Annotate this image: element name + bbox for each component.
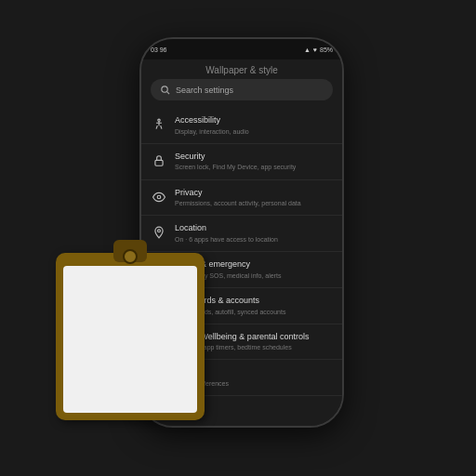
security-title: Security [175,152,333,163]
svg-point-0 [162,86,167,92]
accessibility-text: Accessibility Display, interaction, audi… [175,115,333,136]
search-icon [160,85,170,95]
svg-point-9 [158,230,161,232]
location-subtitle: On · 6 apps have access to location [175,235,333,244]
settings-item-accessibility[interactable]: Accessibility Display, interaction, audi… [141,108,342,144]
privacy-title: Privacy [175,188,333,199]
clipboard [56,253,205,420]
svg-line-5 [156,126,157,129]
security-text: Security Screen lock, Find My Device, ap… [175,152,333,172]
clipboard-paper [63,266,197,413]
location-title: Location [175,223,333,234]
clipboard-body [56,253,205,420]
search-bar[interactable]: Search settings [151,79,333,100]
location-text: Location On · 6 apps have access to loca… [175,223,333,244]
settings-item-security[interactable]: Security Screen lock, Find My Device, ap… [141,144,342,180]
accessibility-title: Accessibility [175,115,333,126]
accessibility-icon [151,116,167,133]
svg-line-1 [167,92,170,95]
svg-point-2 [158,119,160,121]
clipboard-clip [113,240,147,262]
privacy-subtitle: Permissions, account activity, personal … [175,199,333,207]
svg-rect-7 [155,160,163,165]
eye-icon [151,189,167,205]
security-subtitle: Screen lock, Find My Device, app securit… [175,163,333,171]
status-icons: ▲ ♥ 85% [304,46,333,53]
svg-line-6 [161,126,162,129]
lock-icon [151,152,167,169]
privacy-text: Privacy Permissions, account activity, p… [175,188,333,208]
location-pin-icon [151,224,167,241]
accessibility-subtitle: Display, interaction, audio [175,127,333,136]
settings-item-privacy[interactable]: Privacy Permissions, account activity, p… [141,180,342,217]
screen-title: Wallpaper & style [141,60,342,79]
svg-point-8 [157,195,161,199]
status-time: 03 96 [151,46,167,53]
settings-item-location[interactable]: Location On · 6 apps have access to loca… [141,216,342,252]
search-placeholder: Search settings [176,86,233,95]
status-bar: 03 96 ▲ ♥ 85% [141,39,342,60]
